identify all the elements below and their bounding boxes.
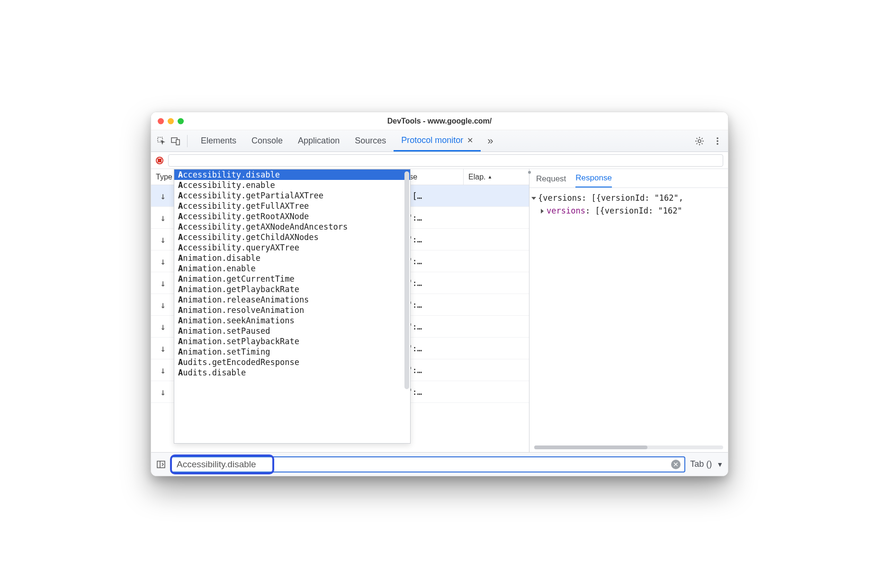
devtools-window: DevTools - www.google.com/ ElementsConso…: [151, 112, 728, 476]
tab-protocol-monitor[interactable]: Protocol monitor✕: [394, 130, 481, 151]
arrow-down-icon: ↓: [160, 386, 166, 398]
resize-handle[interactable]: [528, 169, 531, 452]
separator: [187, 135, 188, 147]
tab-response[interactable]: Response: [575, 173, 612, 187]
inspect-icon[interactable]: [156, 135, 167, 147]
chevron-down-icon: ▼: [717, 461, 723, 468]
response-body: {versions: [{versionId: "162", versions:…: [529, 188, 728, 221]
more-tabs-button[interactable]: »: [484, 135, 497, 147]
toggle-drawer-icon[interactable]: [156, 459, 166, 470]
autocomplete-item[interactable]: Animation.setPlaybackRate: [174, 336, 410, 347]
svg-point-4: [717, 137, 718, 139]
disclosure-triangle-icon[interactable]: [531, 197, 536, 200]
filter-input[interactable]: [168, 154, 723, 167]
arrow-down-icon: ↓: [160, 365, 166, 376]
autocomplete-item[interactable]: Accessibility.getPartialAXTree: [174, 190, 410, 201]
autocomplete-item[interactable]: Animation.resolveAnimation: [174, 305, 410, 315]
close-window-button[interactable]: [158, 118, 164, 124]
col-elapsed[interactable]: Elap.▲: [464, 169, 529, 185]
arrow-down-icon: ↓: [160, 277, 166, 289]
autocomplete-item[interactable]: Audits.disable: [174, 367, 410, 378]
kebab-menu-icon[interactable]: [712, 135, 723, 147]
arrow-down-icon: ↓: [160, 256, 166, 267]
side-tabs: Request Response: [529, 169, 728, 188]
command-input[interactable]: Accessibility.disable ✕: [171, 456, 685, 472]
arrow-down-icon: ↓: [160, 343, 166, 354]
minimize-window-button[interactable]: [168, 118, 174, 124]
autocomplete-item[interactable]: Accessibility.getFullAXTree: [174, 201, 410, 211]
tab-sources[interactable]: Sources: [347, 130, 394, 151]
autocomplete-item[interactable]: Accessibility.getRootAXNode: [174, 211, 410, 222]
arrow-down-icon: ↓: [160, 190, 166, 202]
svg-point-5: [717, 140, 718, 142]
autocomplete-item[interactable]: Accessibility.getAXNodeAndAncestors: [174, 222, 410, 232]
autocomplete-item[interactable]: Animation.getCurrentTime: [174, 274, 410, 284]
autocomplete-item[interactable]: Accessibility.queryAXTree: [174, 242, 410, 253]
window-title: DevTools - www.google.com/: [387, 117, 492, 125]
json-row[interactable]: versions: [{versionId: "162": [532, 205, 725, 217]
device-toolbar-icon[interactable]: [170, 135, 181, 147]
scrollbar[interactable]: [404, 171, 409, 389]
svg-point-3: [698, 140, 701, 143]
tab-request[interactable]: Request: [536, 174, 566, 187]
autocomplete-item[interactable]: Animation.releaseAnimations: [174, 294, 410, 305]
autocomplete-item[interactable]: Animation.setPaused: [174, 326, 410, 336]
command-input-value: Accessibility.disable: [177, 459, 256, 470]
settings-icon[interactable]: [694, 135, 705, 147]
titlebar: DevTools - www.google.com/: [151, 112, 728, 130]
autocomplete-hint[interactable]: Tab () ▼: [690, 459, 723, 469]
window-controls: [158, 118, 184, 124]
svg-rect-2: [176, 140, 179, 145]
filter-bar: [151, 152, 728, 169]
horizontal-scrollbar[interactable]: [534, 445, 723, 449]
tab-application[interactable]: Application: [290, 130, 347, 151]
arrow-down-icon: ↓: [160, 212, 166, 223]
record-icon[interactable]: [156, 157, 163, 164]
svg-point-6: [717, 143, 718, 145]
side-panel: Request Response {versions: [{versionId:…: [529, 169, 728, 452]
autocomplete-item[interactable]: Animation.setTiming: [174, 347, 410, 357]
autocomplete-item[interactable]: Accessibility.disable: [174, 169, 410, 180]
autocomplete-item[interactable]: Audits.getEncodedResponse: [174, 357, 410, 367]
autocomplete-item[interactable]: Animation.disable: [174, 253, 410, 263]
clear-input-icon[interactable]: ✕: [671, 460, 681, 469]
arrow-down-icon: ↓: [160, 234, 166, 245]
arrow-down-icon: ↓: [160, 299, 166, 311]
command-bar: Accessibility.disable ✕ Tab () ▼: [151, 452, 728, 476]
autocomplete-item[interactable]: Animation.enable: [174, 263, 410, 274]
autocomplete-item[interactable]: Animation.getPlaybackRate: [174, 284, 410, 294]
tab-elements[interactable]: Elements: [193, 130, 244, 151]
sort-icon: ▲: [487, 174, 492, 179]
autocomplete-item[interactable]: Accessibility.enable: [174, 180, 410, 190]
disclosure-triangle-icon[interactable]: [541, 209, 544, 214]
autocomplete-item[interactable]: Accessibility.getChildAXNodes: [174, 232, 410, 242]
arrow-down-icon: ↓: [160, 321, 166, 332]
autocomplete-item[interactable]: Animation.seekAnimations: [174, 315, 410, 326]
maximize-window-button[interactable]: [178, 118, 184, 124]
col-type[interactable]: Type: [151, 169, 175, 185]
main-area: Type Method Response Elap.▲ ↓ions":[…↓es…: [151, 169, 728, 452]
json-row[interactable]: {versions: [{versionId: "162",: [532, 192, 725, 205]
autocomplete-popup: Accessibility.disableAccessibility.enabl…: [174, 169, 411, 444]
protocol-grid: Type Method Response Elap.▲ ↓ions":[…↓es…: [151, 169, 529, 452]
tab-console[interactable]: Console: [244, 130, 290, 151]
panel-tabbar: ElementsConsoleApplicationSourcesProtoco…: [151, 130, 728, 152]
close-tab-icon[interactable]: ✕: [467, 136, 473, 145]
